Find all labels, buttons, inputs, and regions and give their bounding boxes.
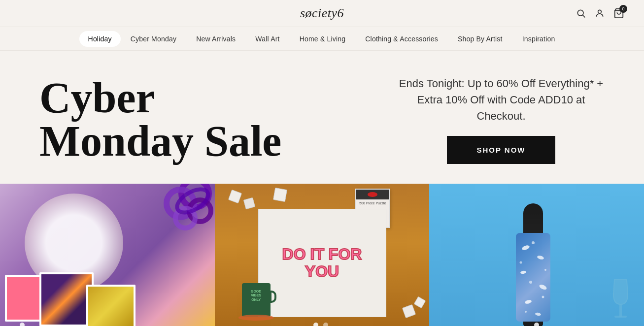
svg-rect-21 [619,304,622,317]
bottle-pattern [516,233,550,322]
carousel-dot-right[interactable] [534,323,539,326]
bottle-scene [429,184,644,326]
wine-bottle [516,189,550,326]
coffee-mug: GOODVIBESONLY [242,283,271,317]
art-frame-dark [39,272,94,326]
carousel-dot-center-2[interactable] [323,323,328,326]
svg-point-20 [525,311,527,313]
image-strip: 500 Piece Puzzle DO IT FOR YOU GOODVIBES… [0,184,644,326]
puzzle-board: DO IT FOR YOU [258,209,386,317]
nav-item-new-arrivals[interactable]: New Arrivals [186,28,245,50]
svg-point-19 [542,296,544,298]
hero-subtitle: Ends Tonight: Up to 60% Off Everything* … [398,75,605,124]
svg-line-1 [583,15,585,18]
nav-item-wall-art[interactable]: Wall Art [245,28,289,50]
nav-item-inspiration[interactable]: Inspiration [512,28,565,50]
svg-point-14 [535,312,542,316]
main-nav: Holiday Cyber Monday New Arrivals Wall A… [0,27,644,51]
header: søciety6 0 [0,0,644,27]
image-panel-right [429,184,644,326]
svg-point-17 [544,269,546,271]
account-button[interactable] [595,8,605,18]
puzzle-text: DO IT FOR YOU [259,241,386,285]
svg-point-0 [577,10,583,16]
cart-button[interactable]: 0 [613,8,624,19]
cart-count: 0 [619,5,627,13]
carousel-dot-center-1[interactable] [313,323,318,326]
shop-now-button[interactable]: SHOP NOW [447,136,555,164]
nav-item-shop-by-artist[interactable]: Shop By Artist [448,28,512,50]
image-panel-left [0,184,215,326]
svg-point-16 [520,261,522,264]
purple-circles-decoration [141,184,215,258]
puzzle-scene: 500 Piece Puzzle DO IT FOR YOU GOODVIBES… [215,184,430,326]
wine-glass-icon [607,277,634,322]
nav-item-clothing[interactable]: Clothing & Accessories [355,28,448,50]
user-icon [595,8,605,18]
art-wall-scene [0,184,215,326]
wine-glass [607,277,634,322]
hero-title: Cyber Monday Sale [39,76,315,163]
nav-item-cyber-monday[interactable]: Cyber Monday [121,28,186,50]
hero-right: Ends Tonight: Up to 60% Off Everything* … [398,75,605,164]
search-button[interactable] [576,8,586,18]
svg-point-18 [529,281,532,284]
svg-point-10 [537,255,544,260]
site-logo[interactable]: søciety6 [300,6,344,21]
svg-point-11 [520,270,527,274]
hero-section: Cyber Monday Sale Ends Tonight: Up to 60… [0,51,644,184]
svg-point-12 [539,284,547,291]
svg-point-13 [525,299,532,304]
search-icon [576,8,586,18]
mug-coaster [238,315,274,321]
svg-point-9 [521,245,530,251]
svg-point-2 [598,10,602,13]
nav-item-holiday[interactable]: Holiday [79,31,121,47]
image-panel-center: 500 Piece Puzzle DO IT FOR YOU GOODVIBES… [215,184,430,326]
svg-rect-22 [614,316,627,318]
art-frame-3 [86,285,136,326]
nav-item-home-living[interactable]: Home & Living [290,28,356,50]
svg-point-15 [532,241,535,244]
header-icons: 0 [576,8,624,19]
carousel-dot-left[interactable] [20,323,25,326]
